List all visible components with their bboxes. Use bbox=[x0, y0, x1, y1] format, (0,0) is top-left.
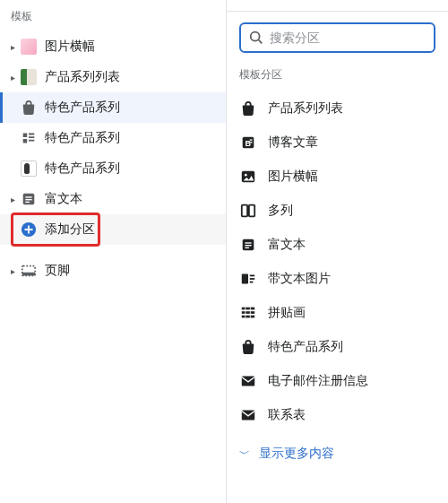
svg-rect-1 bbox=[25, 196, 31, 197]
section-row-rich-text[interactable]: ▸ 富文本 bbox=[0, 184, 226, 214]
section-option-label: 产品系列列表 bbox=[268, 100, 343, 117]
svg-rect-22 bbox=[250, 275, 254, 277]
thumbnail-icon bbox=[20, 68, 38, 86]
svg-rect-16 bbox=[249, 205, 254, 217]
svg-rect-15 bbox=[242, 205, 247, 217]
section-option-label: 多列 bbox=[268, 203, 293, 219]
svg-rect-29 bbox=[250, 308, 251, 318]
image-text-icon bbox=[239, 270, 257, 288]
svg-rect-2 bbox=[25, 199, 31, 200]
section-label: 特色产品系列 bbox=[45, 160, 226, 177]
chevron-right-icon: ▸ bbox=[5, 73, 20, 82]
section-option-label: 博客文章 bbox=[268, 134, 318, 151]
svg-point-7 bbox=[251, 32, 260, 41]
section-group-label: 模板分区 bbox=[239, 67, 435, 82]
bag-icon bbox=[239, 100, 257, 117]
sidebar-template-sections: 模板 ▸ 图片横幅 ▸ 产品系列列表 特色产品系列 特色产品系列 特色产品系列 … bbox=[0, 0, 227, 503]
section-picker-panel: 模板分区 产品系列列表 B 博客文章 图片横幅 多列 富文本 带文本图片 bbox=[227, 11, 448, 503]
mail-icon bbox=[239, 372, 257, 390]
section-row-footer[interactable]: ▸ 页脚 bbox=[0, 256, 226, 286]
section-label: 产品系列列表 bbox=[45, 69, 226, 85]
add-section-label: 添加分区 bbox=[45, 221, 226, 238]
section-option-email-signup[interactable]: 电子邮件注册信息 bbox=[239, 364, 435, 398]
section-option-contact-form[interactable]: 联系表 bbox=[239, 398, 435, 432]
section-option-label: 富文本 bbox=[268, 237, 306, 253]
section-row-image-banner[interactable]: ▸ 图片横幅 bbox=[0, 31, 226, 62]
collection-icon bbox=[20, 129, 38, 147]
add-icon bbox=[20, 221, 38, 238]
collage-icon bbox=[239, 304, 257, 322]
search-icon bbox=[248, 30, 264, 46]
thumbnail-icon bbox=[20, 160, 38, 178]
section-row-collection-list[interactable]: ▸ 产品系列列表 bbox=[0, 62, 226, 92]
svg-rect-6 bbox=[22, 273, 35, 276]
svg-rect-23 bbox=[250, 278, 254, 280]
svg-rect-25 bbox=[242, 308, 254, 310]
section-option-image-with-text[interactable]: 带文本图片 bbox=[239, 262, 435, 296]
search-input-wrapper[interactable] bbox=[239, 22, 435, 53]
svg-rect-12 bbox=[250, 142, 253, 143]
section-option-label: 特色产品系列 bbox=[268, 339, 343, 355]
section-label: 图片横幅 bbox=[45, 39, 226, 55]
svg-rect-3 bbox=[25, 202, 30, 203]
svg-rect-21 bbox=[242, 274, 248, 284]
section-row-featured-collection-2[interactable]: 特色产品系列 bbox=[0, 123, 226, 153]
chevron-down-icon: ﹀ bbox=[239, 447, 250, 462]
section-label: 特色产品系列 bbox=[45, 130, 226, 146]
chevron-right-icon: ▸ bbox=[5, 195, 20, 204]
chevron-right-icon: ▸ bbox=[5, 42, 20, 52]
section-label: 特色产品系列 bbox=[45, 100, 226, 116]
svg-rect-30 bbox=[242, 377, 254, 386]
svg-rect-18 bbox=[245, 242, 251, 243]
show-more-label: 显示更多内容 bbox=[259, 446, 334, 462]
columns-icon bbox=[239, 202, 257, 220]
section-option-blog[interactable]: B 博客文章 bbox=[239, 126, 435, 160]
section-option-collection-list[interactable]: 产品系列列表 bbox=[239, 91, 435, 126]
svg-rect-24 bbox=[250, 282, 254, 283]
svg-rect-27 bbox=[242, 316, 254, 318]
section-option-image-banner[interactable]: 图片横幅 bbox=[239, 160, 435, 194]
svg-rect-28 bbox=[245, 308, 246, 318]
mail-icon bbox=[239, 406, 257, 424]
svg-rect-19 bbox=[245, 245, 251, 246]
section-label: 富文本 bbox=[45, 191, 226, 207]
svg-line-8 bbox=[259, 40, 263, 44]
section-row-featured-collection[interactable]: 特色产品系列 bbox=[0, 92, 226, 123]
image-icon bbox=[239, 168, 257, 186]
svg-rect-20 bbox=[245, 247, 249, 248]
section-option-rich-text[interactable]: 富文本 bbox=[239, 228, 435, 262]
section-list: 产品系列列表 B 博客文章 图片横幅 多列 富文本 带文本图片 拼贴画 bbox=[239, 91, 435, 432]
section-option-label: 图片横幅 bbox=[268, 169, 318, 185]
bag-icon bbox=[239, 338, 257, 356]
section-option-featured-collection[interactable]: 特色产品系列 bbox=[239, 330, 435, 364]
thumbnail-icon bbox=[20, 38, 38, 56]
section-option-collage[interactable]: 拼贴画 bbox=[239, 296, 435, 330]
richtext-icon bbox=[239, 236, 257, 254]
section-option-label: 电子邮件注册信息 bbox=[268, 373, 368, 389]
bag-icon bbox=[20, 99, 38, 117]
sidebar-header: 模板 bbox=[0, 5, 226, 31]
section-row-featured-collection-3[interactable]: 特色产品系列 bbox=[0, 153, 226, 184]
add-section-button[interactable]: 添加分区 bbox=[0, 214, 226, 245]
section-option-label: 带文本图片 bbox=[268, 271, 331, 287]
blog-icon: B bbox=[239, 134, 257, 152]
search-input[interactable] bbox=[270, 30, 426, 45]
chevron-right-icon: ▸ bbox=[5, 266, 20, 276]
svg-rect-11 bbox=[250, 139, 253, 140]
section-label: 页脚 bbox=[45, 263, 226, 279]
show-more-button[interactable]: ﹀ 显示更多内容 bbox=[239, 436, 435, 472]
richtext-icon bbox=[20, 190, 38, 208]
section-option-label: 联系表 bbox=[268, 407, 306, 423]
section-option-multicolumn[interactable]: 多列 bbox=[239, 194, 435, 228]
svg-rect-26 bbox=[242, 311, 254, 314]
footer-icon bbox=[20, 262, 38, 280]
svg-rect-31 bbox=[242, 411, 254, 421]
svg-point-14 bbox=[245, 174, 247, 177]
section-option-label: 拼贴画 bbox=[268, 305, 306, 321]
